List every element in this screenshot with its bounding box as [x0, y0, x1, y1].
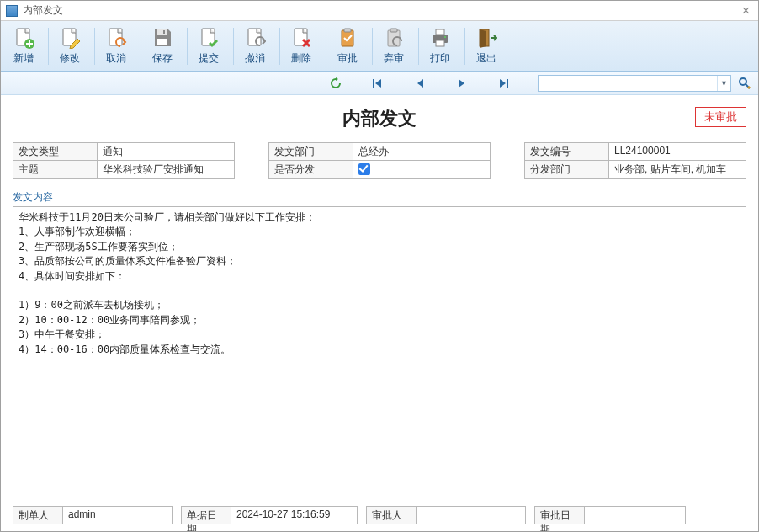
delete-button[interactable]: 删除	[282, 24, 321, 69]
document-header: 内部发文 未审批	[13, 102, 746, 136]
search-icon[interactable]	[736, 75, 753, 92]
app-icon	[6, 5, 18, 17]
nav-first-icon[interactable]	[369, 75, 386, 92]
abandon-label: 弃审	[384, 51, 404, 66]
label-doc-no: 发文编号	[524, 142, 608, 161]
delete-label: 删除	[291, 51, 311, 66]
field-subject[interactable]: 华米科技验厂安排通知	[97, 161, 235, 179]
print-label: 打印	[430, 51, 450, 66]
page-plus-icon	[11, 26, 36, 50]
cancel-label: 取消	[106, 51, 126, 66]
svg-rect-16	[436, 40, 444, 46]
svg-rect-5	[157, 39, 167, 45]
header-fields-row: 发文类型 通知 主题 华米科技验厂安排通知 发文部门 总经办 是否分发 发文编号…	[13, 142, 746, 179]
search-combo[interactable]: ▼	[538, 75, 731, 92]
field-distribute-dept[interactable]: 业务部, 贴片车间, 机加车	[608, 161, 746, 179]
field-dept[interactable]: 总经办	[353, 142, 491, 161]
page-undo-icon	[104, 26, 129, 50]
door-exit-icon	[474, 26, 499, 50]
exit-button[interactable]: 退出	[467, 24, 506, 69]
save-label: 保存	[152, 51, 172, 66]
svg-rect-19	[373, 79, 374, 88]
close-icon[interactable]: ×	[739, 3, 753, 19]
print-button[interactable]: 打印	[421, 24, 459, 69]
label-approve-date: 审批日期	[534, 506, 585, 524]
new-button[interactable]: 新增	[4, 24, 43, 69]
nav-prev-icon[interactable]	[411, 75, 428, 92]
footer-fields: 制单人 admin 单据日期 2024-10-27 15:16:59 审批人 审…	[13, 506, 746, 524]
field-doc-type[interactable]: 通知	[97, 142, 235, 161]
exit-label: 退出	[476, 51, 496, 66]
window-titlebar: 内部发文 ×	[1, 1, 758, 21]
submit-button[interactable]: 提交	[189, 24, 228, 69]
edit-button[interactable]: 修改	[50, 24, 89, 69]
new-label: 新增	[13, 51, 34, 66]
nav-next-icon[interactable]	[454, 75, 470, 92]
label-distribute-flag: 是否分发	[268, 161, 353, 179]
svg-point-21	[740, 78, 746, 85]
revoke-label: 撤消	[245, 51, 265, 66]
search-input[interactable]	[539, 77, 717, 89]
label-creator: 制单人	[13, 506, 63, 524]
svg-rect-13	[390, 29, 397, 32]
label-subject: 主题	[13, 161, 97, 179]
edit-label: 修改	[60, 51, 80, 66]
field-approve-date	[585, 506, 686, 524]
label-doc-type: 发文类型	[13, 142, 97, 161]
page-revoke-icon	[242, 26, 268, 50]
document-form: 内部发文 未审批 发文类型 通知 主题 华米科技验厂安排通知 发文部门 总经办 …	[1, 95, 758, 532]
approve-button[interactable]: 审批	[328, 24, 367, 69]
svg-rect-10	[342, 30, 353, 46]
checkbox-checked-icon	[358, 163, 370, 175]
svg-point-17	[444, 36, 446, 38]
label-approver: 审批人	[366, 506, 417, 524]
label-distribute-dept: 分发部门	[524, 161, 608, 179]
field-creator: admin	[63, 506, 172, 524]
field-doc-no[interactable]: LL24100001	[608, 142, 746, 161]
page-title: 内部发文	[342, 106, 417, 131]
svg-rect-4	[157, 29, 167, 35]
main-toolbar: 新增 修改 取消 保存 提交 撤消 删除	[1, 21, 758, 72]
svg-rect-20	[507, 79, 508, 88]
label-dept: 发文部门	[268, 142, 353, 161]
nav-last-icon[interactable]	[496, 75, 512, 92]
revoke-button[interactable]: 撤消	[236, 24, 274, 69]
clipboard-undo-icon	[381, 26, 406, 50]
printer-icon	[427, 26, 453, 50]
svg-rect-6	[163, 30, 165, 34]
abandon-button[interactable]: 弃审	[374, 24, 413, 69]
save-button[interactable]: 保存	[143, 24, 182, 69]
clipboard-check-icon	[335, 26, 360, 50]
svg-rect-11	[344, 29, 351, 32]
cancel-button[interactable]: 取消	[97, 24, 135, 69]
label-content: 发文内容	[13, 190, 746, 205]
field-bill-date: 2024-10-27 15:16:59	[231, 506, 358, 524]
dropdown-icon[interactable]: ▼	[717, 76, 730, 91]
page-check-icon	[196, 26, 221, 50]
navigation-bar: ▼	[1, 72, 758, 95]
window-title: 内部发文	[23, 3, 63, 18]
approve-label: 审批	[337, 51, 358, 66]
submit-label: 提交	[199, 51, 219, 66]
refresh-icon[interactable]	[327, 75, 344, 92]
save-icon	[150, 26, 175, 50]
status-badge: 未审批	[695, 107, 746, 127]
svg-rect-15	[436, 29, 444, 35]
field-content[interactable]: 华米科技于11月20日来公司验厂，请相关部门做好以下工作安排： 1、人事部制作欢…	[13, 206, 746, 492]
page-delete-icon	[289, 26, 314, 50]
field-approver	[417, 506, 526, 524]
label-bill-date: 单据日期	[181, 506, 231, 524]
page-edit-icon	[57, 26, 82, 50]
field-distribute-flag[interactable]	[353, 161, 491, 179]
